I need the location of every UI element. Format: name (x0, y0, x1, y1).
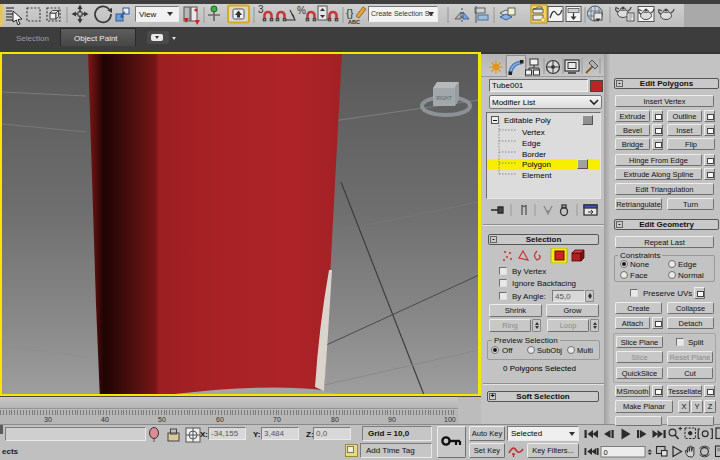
svg-text:%: % (297, 5, 306, 16)
svg-text:{}: {} (346, 7, 354, 19)
svg-text:RIGHT: RIGHT (436, 95, 452, 101)
svg-text:0: 0 (604, 448, 608, 457)
svg-text:3: 3 (258, 4, 264, 15)
svg-text:ABC: ABC (348, 19, 360, 25)
